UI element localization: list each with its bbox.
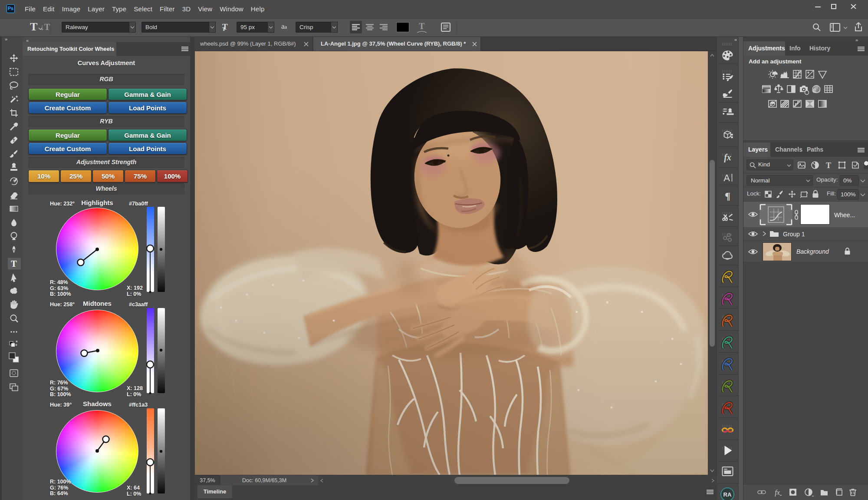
svg-text:¶: ¶ bbox=[725, 190, 730, 202]
svg-text:T: T bbox=[11, 259, 17, 268]
svg-text:A: A bbox=[723, 172, 730, 183]
svg-text:T: T bbox=[826, 161, 831, 170]
svg-text:fx: fx bbox=[724, 152, 731, 162]
svg-text:fx: fx bbox=[775, 489, 780, 497]
